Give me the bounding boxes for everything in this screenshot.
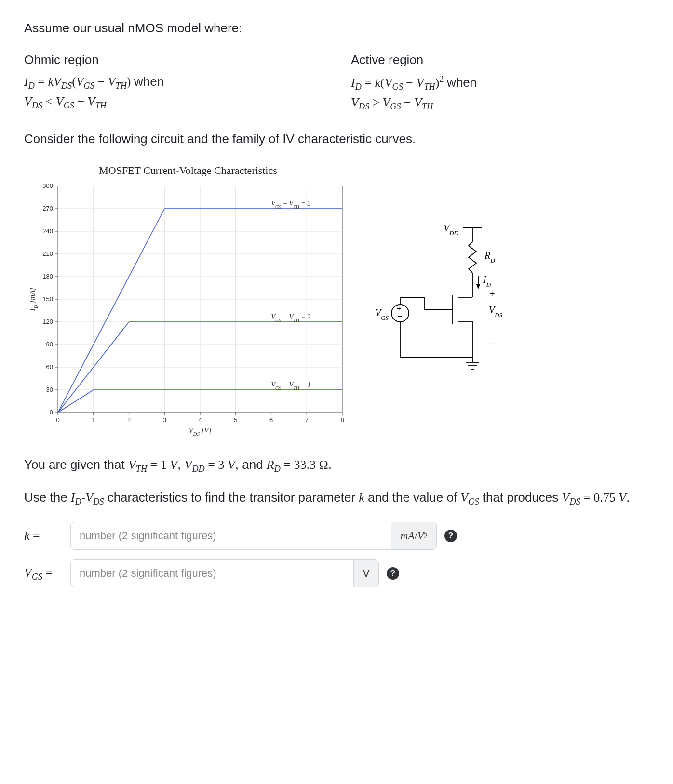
- svg-text:270: 270: [42, 205, 53, 212]
- svg-text:120: 120: [42, 318, 53, 325]
- svg-text:8: 8: [340, 416, 344, 424]
- svg-text:ID: ID: [483, 274, 491, 288]
- svg-text:150: 150: [42, 295, 53, 303]
- svg-text:90: 90: [46, 341, 53, 348]
- svg-text:+: +: [489, 289, 496, 299]
- svg-text:−: −: [490, 338, 497, 349]
- ohmic-title: Ohmic region: [24, 51, 322, 69]
- svg-text:60: 60: [46, 363, 53, 371]
- svg-text:240: 240: [42, 227, 53, 235]
- vgs-label: VGS =: [24, 564, 63, 584]
- svg-text:VDS [V]: VDS [V]: [188, 426, 211, 437]
- vgs-input-row: VGS = V ?: [24, 559, 649, 587]
- svg-text:+: +: [397, 305, 401, 313]
- active-title: Active region: [351, 51, 649, 69]
- svg-text:VDS: VDS: [489, 305, 503, 319]
- svg-text:2: 2: [127, 416, 131, 424]
- iv-chart: MOSFET Current-Voltage Characteristics 0…: [24, 163, 352, 437]
- intro-text: Assume our usual nMOS model where:: [24, 19, 649, 38]
- svg-text:0: 0: [50, 409, 53, 416]
- active-condition: VDS ≥ VGS − VTH: [351, 93, 649, 113]
- svg-text:0: 0: [56, 416, 59, 424]
- svg-text:6: 6: [269, 416, 273, 424]
- instruction-text: Use the ID-VDS characteristics to find t…: [24, 489, 649, 508]
- svg-text:180: 180: [42, 273, 53, 280]
- svg-text:VGS: VGS: [375, 307, 389, 321]
- given-text: You are given that VTH = 1 V, VDD = 3 V,…: [24, 456, 649, 476]
- k-unit: mA/V 2: [391, 522, 436, 549]
- help-icon[interactable]: ?: [444, 530, 457, 542]
- svg-text:30: 30: [46, 386, 53, 393]
- svg-text:VDD: VDD: [444, 223, 459, 237]
- k-field-wrap: mA/V 2: [70, 522, 437, 550]
- svg-text:300: 300: [42, 182, 53, 189]
- svg-text:5: 5: [234, 416, 237, 424]
- k-input[interactable]: [71, 522, 391, 549]
- vgs-input[interactable]: [71, 560, 353, 587]
- svg-text:VGS − VTH = 2: VGS − VTH = 2: [271, 313, 311, 323]
- ohmic-equation: ID = kVDS(VGS − VTH) when: [24, 73, 322, 93]
- k-label: k =: [24, 527, 63, 545]
- svg-text:3: 3: [163, 416, 166, 424]
- svg-text:VGS − VTH = 1: VGS − VTH = 1: [271, 381, 311, 391]
- regions-row: Ohmic region ID = kVDS(VGS − VTH) when V…: [24, 51, 649, 113]
- k-input-row: k = mA/V 2 ?: [24, 522, 649, 550]
- svg-text:1: 1: [92, 416, 95, 424]
- consider-text: Consider the following circuit and the f…: [24, 130, 649, 148]
- help-icon[interactable]: ?: [387, 567, 399, 580]
- ohmic-condition: VDS < VGS − VTH: [24, 93, 322, 112]
- circuit-diagram: VDD RD ID + VDS − + − VGS: [371, 218, 516, 382]
- active-region: Active region ID = k(VGS − VTH)2 when VD…: [351, 51, 649, 113]
- svg-marker-72: [476, 284, 480, 289]
- svg-text:ID [mA]: ID [mA]: [28, 287, 39, 311]
- vgs-field-wrap: V: [70, 559, 379, 587]
- ohmic-region: Ohmic region ID = kVDS(VGS − VTH) when V…: [24, 51, 322, 113]
- svg-text:4: 4: [198, 416, 202, 424]
- svg-text:210: 210: [42, 250, 53, 257]
- active-equation: ID = k(VGS − VTH)2 when: [351, 73, 649, 93]
- svg-text:−: −: [398, 312, 402, 320]
- svg-text:VGS − VTH = 3: VGS − VTH = 3: [271, 200, 311, 210]
- svg-text:7: 7: [305, 416, 309, 424]
- chart-title: MOSFET Current-Voltage Characteristics: [24, 163, 352, 178]
- svg-text:RD: RD: [484, 250, 495, 264]
- vgs-unit: V: [353, 560, 378, 587]
